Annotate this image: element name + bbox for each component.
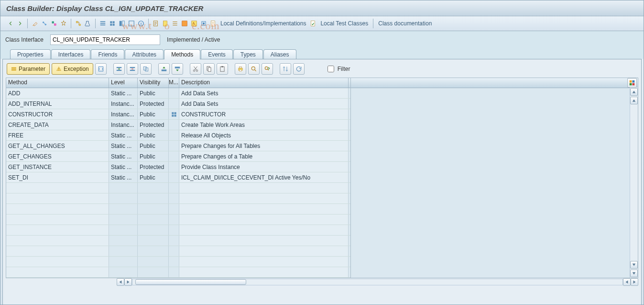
- table-row[interactable]: [6, 257, 350, 267]
- cell-level[interactable]: [109, 246, 138, 256]
- cell-visibility[interactable]: [138, 267, 169, 277]
- class-doc-icon[interactable]: [161, 19, 170, 28]
- cell-description[interactable]: Prepare Changes of a Table: [179, 151, 349, 161]
- table-row[interactable]: CONSTRUCTORInstanc...PublicCONSTRUCTOR: [6, 109, 350, 120]
- cell-visibility[interactable]: Public: [138, 109, 169, 119]
- v-scrollbar[interactable]: [630, 88, 638, 278]
- cell-level[interactable]: Static ...: [109, 162, 138, 172]
- help-icon[interactable]: i: [137, 19, 145, 28]
- scroll-down-icon[interactable]: [630, 270, 638, 277]
- delete-row-button[interactable]: [127, 63, 138, 75]
- col-method[interactable]: Method: [6, 78, 109, 88]
- cell-level[interactable]: [109, 257, 138, 267]
- cell-description[interactable]: [179, 193, 349, 203]
- cell-visibility[interactable]: [138, 215, 169, 225]
- col-level[interactable]: Level: [109, 78, 138, 88]
- cell-visibility[interactable]: Public: [138, 141, 169, 151]
- cell-visibility[interactable]: [138, 225, 169, 235]
- cell-description[interactable]: [179, 204, 349, 214]
- where-used-icon[interactable]: [74, 19, 83, 28]
- table-row[interactable]: GET_CHANGESStatic ...PublicPrepare Chang…: [6, 151, 350, 162]
- tab-aliases[interactable]: Aliases: [263, 49, 296, 59]
- cell-method[interactable]: [6, 236, 109, 246]
- cell-level[interactable]: Static ...: [109, 172, 138, 182]
- cell-method[interactable]: ADD_INTERNAL: [6, 99, 109, 109]
- pattern-icon[interactable]: [199, 19, 208, 28]
- cell-description[interactable]: Provide Class Instance: [179, 162, 349, 172]
- table-row[interactable]: CREATE_DATAInstanc...ProtectedCreate Tab…: [6, 120, 350, 130]
- table-row[interactable]: SET_DIStatic ...PublicICL_CLAIM_DI/ICLE_…: [6, 172, 350, 183]
- tab-properties[interactable]: Properties: [10, 49, 51, 59]
- cell-visibility[interactable]: Public: [138, 88, 169, 98]
- cell-method[interactable]: [6, 215, 109, 225]
- table-row[interactable]: GET_INSTANCEStatic ...ProtectedProvide C…: [6, 162, 350, 172]
- activate-icon[interactable]: [59, 19, 68, 28]
- col-description[interactable]: Description: [179, 78, 349, 88]
- cell-level[interactable]: Static ...: [109, 88, 138, 98]
- cell-visibility[interactable]: [138, 257, 169, 267]
- cell-method[interactable]: [6, 257, 109, 267]
- table-row[interactable]: [6, 215, 350, 225]
- scroll-up-icon[interactable]: [630, 88, 638, 96]
- table-row[interactable]: FREEStatic ...PublicRelease All Objects: [6, 130, 350, 141]
- cell-method[interactable]: ADD: [6, 88, 109, 98]
- table-row[interactable]: [6, 204, 350, 215]
- table-row[interactable]: [6, 267, 350, 278]
- cell-description[interactable]: [179, 257, 349, 267]
- table-row[interactable]: ADDStatic ...PublicAdd Data Sets: [6, 88, 350, 99]
- structure-icon[interactable]: [171, 19, 179, 28]
- find-next-button[interactable]: [262, 63, 273, 75]
- h-scroll-track[interactable]: [132, 279, 623, 285]
- local-test-link[interactable]: Local Test Classes: [318, 20, 370, 27]
- tab-types[interactable]: Types: [233, 49, 263, 59]
- table-row[interactable]: [6, 236, 350, 246]
- cell-level[interactable]: [109, 225, 138, 235]
- test-icon[interactable]: [84, 19, 92, 28]
- cell-level[interactable]: [109, 204, 138, 214]
- parameter-button[interactable]: Parameter: [7, 63, 50, 75]
- move-down-button[interactable]: [172, 63, 183, 75]
- scroll-left-icon[interactable]: [117, 278, 124, 286]
- cell-level[interactable]: [109, 236, 138, 246]
- tab-methods[interactable]: Methods: [164, 49, 200, 59]
- scroll-track[interactable]: [632, 105, 636, 260]
- cell-description[interactable]: Prepare Changes for All Tables: [179, 141, 349, 151]
- cell-method[interactable]: SET_DI: [6, 172, 109, 182]
- cut-button[interactable]: [190, 63, 201, 75]
- cell-method[interactable]: GET_CHANGES: [6, 151, 109, 161]
- cell-level[interactable]: Instanc...: [109, 120, 138, 130]
- cell-visibility[interactable]: Protected: [138, 120, 169, 130]
- cell-visibility[interactable]: [138, 246, 169, 256]
- cell-visibility[interactable]: [138, 236, 169, 246]
- cell-method[interactable]: GET_ALL_CHANGES: [6, 141, 109, 151]
- cell-description[interactable]: ICL_CLAIM_DI/ICLE_CCEVENT_DI Active Yes/…: [179, 172, 349, 182]
- forward-icon[interactable]: [16, 19, 24, 28]
- table-row[interactable]: ADD_INTERNALInstanc...ProtectedAdd Data …: [6, 99, 350, 109]
- exception-button[interactable]: Exception: [52, 63, 93, 75]
- cell-description[interactable]: Add Data Sets: [179, 99, 349, 109]
- cell-level[interactable]: [109, 193, 138, 203]
- cell-description[interactable]: CONSTRUCTOR: [179, 109, 349, 119]
- cell-level[interactable]: Instanc...: [109, 109, 138, 119]
- table-row[interactable]: GET_ALL_CHANGESStatic ...PublicPrepare C…: [6, 141, 350, 151]
- cell-method[interactable]: [6, 204, 109, 214]
- back-icon[interactable]: [6, 19, 15, 28]
- cell-level[interactable]: Static ...: [109, 141, 138, 151]
- copy-button[interactable]: [203, 63, 215, 75]
- local-def-icon[interactable]: [209, 19, 218, 28]
- local-def-link[interactable]: Local Definitions/Implementations: [218, 20, 308, 27]
- cell-description[interactable]: [179, 246, 349, 256]
- scroll-right-icon[interactable]: [631, 278, 638, 286]
- table-settings-icon[interactable]: [627, 78, 637, 88]
- cell-level[interactable]: [109, 183, 138, 193]
- toggle-nav-icon[interactable]: [118, 19, 126, 28]
- cell-method[interactable]: [6, 193, 109, 203]
- local-test-icon[interactable]: [309, 19, 317, 28]
- source-code-button[interactable]: [95, 63, 107, 75]
- class-doc-link[interactable]: Class documentation: [376, 20, 434, 27]
- table-row[interactable]: [6, 246, 350, 257]
- object-list-icon[interactable]: [98, 19, 107, 28]
- cell-visibility[interactable]: Protected: [138, 99, 169, 109]
- cell-level[interactable]: [109, 267, 138, 277]
- scroll-up-icon[interactable]: [630, 97, 638, 104]
